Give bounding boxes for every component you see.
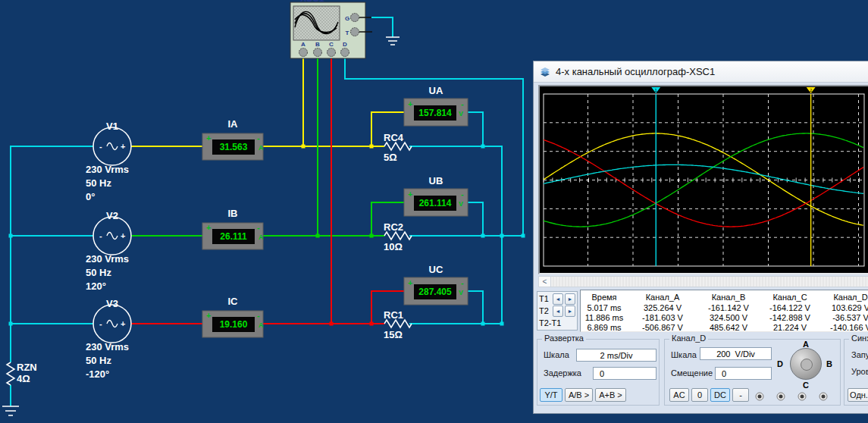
- ab-mode-button[interactable]: A/B >: [565, 388, 593, 402]
- channel-d-title: Канал_D: [669, 334, 708, 343]
- source-frequency: 50 Hz: [86, 267, 111, 278]
- resistor-ref: RC1: [384, 309, 403, 321]
- meter-unit: A: [259, 233, 264, 241]
- timebase-scale-input[interactable]: 2 ms/Div: [576, 349, 656, 362]
- wires-phase-a: [131, 57, 404, 146]
- coupling-zero-button[interactable]: 0: [691, 388, 708, 402]
- timebase-title: Развертка: [542, 334, 586, 343]
- t2-channel-a: -181.603 V: [628, 313, 697, 322]
- source-phase: 0°: [86, 191, 95, 202]
- source-ref: V1: [106, 121, 118, 132]
- source-phase: -120°: [86, 368, 109, 380]
- readout-row-t1: 5.017 ms 325.264 V -161.142 V -164.122 V…: [581, 302, 868, 312]
- source-frequency: 50 Hz: [86, 177, 111, 189]
- t1-right-button[interactable]: ►: [565, 293, 575, 305]
- channel-b-indicator[interactable]: [777, 393, 785, 401]
- ground-symbol-rzn[interactable]: [2, 406, 19, 415]
- scrollbar-track[interactable]: [551, 277, 868, 287]
- resistor-value: 5Ω: [384, 152, 397, 163]
- source-voltage: 230 Vrms: [86, 164, 129, 175]
- resistor-rzn[interactable]: RZN 4Ω: [7, 362, 37, 385]
- terminal-label-b: B: [315, 41, 320, 48]
- resistor-value: 4Ω: [17, 373, 30, 384]
- yt-mode-button[interactable]: Y/T: [540, 388, 562, 402]
- source-plus: +: [121, 231, 125, 240]
- measurement-readout: Время Канал_A Канал_B Канал_C Канал_D 5.…: [580, 290, 868, 332]
- terminal-label-a: A: [301, 41, 306, 48]
- diff-channel-a: -506.867 V: [628, 323, 697, 332]
- wire-scope-ground: [371, 17, 393, 37]
- resistor-rc2[interactable]: RC2 10Ω: [384, 221, 412, 252]
- sine-icon: [107, 233, 118, 240]
- source-ref: V2: [106, 210, 118, 221]
- source-v2[interactable]: - + V2 230 Vrms 50 Hz 120°: [86, 210, 131, 292]
- scrollbar-left-button[interactable]: <: [539, 277, 551, 287]
- source-v3[interactable]: - + V3 230 Vrms 50 Hz -120°: [86, 298, 131, 380]
- source-plus: +: [121, 142, 125, 151]
- oscilloscope-component[interactable]: XSC1 A B C D G T: [290, 0, 372, 58]
- terminal-c[interactable]: [327, 49, 336, 57]
- voltmeter-uc[interactable]: 287.405 + - V UC: [404, 264, 468, 305]
- terminal-g[interactable]: [351, 14, 359, 22]
- channel-d-scale-input[interactable]: 200 V/Div: [700, 347, 772, 360]
- timebase-delay-input[interactable]: 0: [593, 367, 656, 380]
- trigger-single-button[interactable]: Одн.: [848, 388, 868, 402]
- scope-hscrollbar[interactable]: <: [538, 276, 868, 287]
- diff-time: 6.869 ms: [581, 323, 628, 332]
- meter-value: 157.814: [418, 108, 452, 118]
- ammeter-ia[interactable]: 31.563 + - A IA: [202, 118, 264, 160]
- col-header-channel-c: Канал_C: [760, 293, 820, 302]
- voltmeter-ub[interactable]: 261.114 + - V UB: [404, 175, 468, 216]
- wires-phase-c: [131, 57, 404, 324]
- meter-unit: A: [259, 321, 264, 329]
- terminal-b[interactable]: [314, 49, 322, 57]
- meter-plus: +: [206, 223, 211, 232]
- ammeter-ic[interactable]: 19.160 + - A IC: [202, 296, 264, 337]
- trigger-level-label: Уров: [851, 367, 868, 376]
- voltmeter-ua[interactable]: 157.814 + - V UA: [404, 85, 468, 126]
- diff-channel-b: 485.642 V: [697, 323, 760, 332]
- t2-right-button[interactable]: ►: [565, 306, 575, 317]
- window-titlebar[interactable]: 4-х канальный осциллограф-XSC1: [534, 61, 868, 83]
- col-header-channel-d: Канал_D: [820, 293, 868, 302]
- coupling-dc-button[interactable]: DC: [710, 388, 730, 402]
- resistor-rc1[interactable]: RC1 15Ω: [384, 309, 412, 340]
- meter-unit: V: [459, 110, 463, 118]
- source-voltage: 230 Vrms: [86, 341, 129, 352]
- terminal-a[interactable]: [299, 49, 308, 57]
- channel-d-offset-input[interactable]: 0: [715, 367, 772, 380]
- scope-display-bezel: 12: [538, 85, 868, 274]
- t1-left-button[interactable]: ◄: [553, 293, 563, 305]
- t2-time: 11.886 ms: [581, 313, 628, 322]
- trigger-group: Синхр Запус Уров Одн.: [844, 339, 868, 406]
- ground-symbol-scope[interactable]: [386, 37, 400, 45]
- terminal-d[interactable]: [341, 49, 349, 57]
- resistor-rc4[interactable]: RC4 5Ω: [384, 132, 412, 163]
- cursor-control-panel: T1 ◄ ► T2 ◄ ► T2-T1: [537, 291, 578, 331]
- diff-channel-d: -140.166 V: [820, 323, 868, 332]
- t2-left-button[interactable]: ◄: [553, 306, 563, 317]
- col-header-channel-b: Канал_B: [697, 293, 760, 302]
- channel-select-knob[interactable]: [790, 348, 822, 380]
- source-v1[interactable]: - + V1 230 Vrms 50 Hz 0°: [86, 121, 131, 202]
- channel-c-indicator[interactable]: [798, 393, 807, 401]
- source-ref: V3: [106, 298, 118, 309]
- readout-header-row: Время Канал_A Канал_B Канал_C Канал_D: [581, 290, 868, 302]
- meter-unit: A: [259, 144, 264, 152]
- channel-a-indicator[interactable]: [756, 393, 764, 401]
- t1-channel-a: 325.264 V: [628, 303, 697, 312]
- readout-row-t2t1: 6.869 ms -506.867 V 485.642 V 21.224 V -…: [581, 322, 868, 332]
- terminal-t[interactable]: [351, 28, 359, 36]
- ammeter-ib[interactable]: 26.111 + - A IB: [202, 208, 264, 249]
- meter-plus: +: [408, 99, 412, 108]
- coupling-ac-button[interactable]: AC: [669, 388, 689, 402]
- meter-minus: -: [257, 223, 260, 232]
- terminal-label-t: T: [346, 30, 349, 36]
- source-frequency: 50 Hz: [86, 355, 111, 366]
- source-minus: -: [99, 142, 102, 151]
- coupling-minus-button[interactable]: -: [732, 388, 749, 402]
- meter-minus: -: [257, 133, 260, 143]
- wire-left-bus: [11, 146, 93, 362]
- channel-d-indicator[interactable]: [819, 393, 828, 401]
- a-plus-b-mode-button[interactable]: A+B >: [595, 388, 626, 402]
